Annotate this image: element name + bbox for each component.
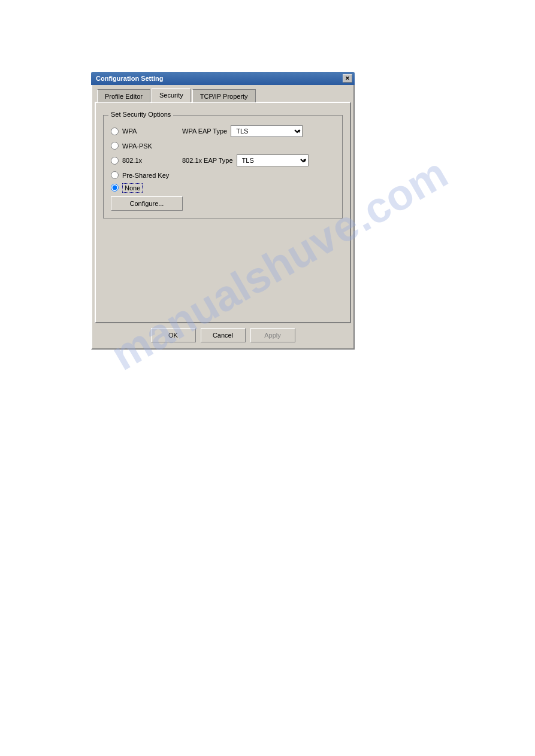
dialog-body: Profile Editor Security TCP/IP Property … — [91, 85, 355, 350]
bottom-buttons: OK Cancel Apply — [95, 323, 351, 346]
configuration-dialog: Configuration Setting ✕ Profile Editor S… — [91, 72, 355, 350]
radio-row-pre-shared-key: Pre-Shared Key — [111, 171, 335, 179]
cancel-button[interactable]: Cancel — [201, 328, 246, 342]
none-selected-label: None — [122, 183, 143, 193]
radio-label-none: None — [122, 184, 143, 192]
dialog-title: Configuration Setting — [96, 75, 163, 82]
close-button[interactable]: ✕ — [343, 74, 352, 83]
radio-8021x[interactable] — [111, 157, 119, 165]
radio-label-wpa: WPA — [122, 127, 176, 135]
tab-profile-editor[interactable]: Profile Editor — [97, 89, 150, 102]
radio-row-8021x: 802.1x 802.1x EAP Type TLS PEAP TTLS LEA… — [111, 154, 335, 166]
radio-pre-shared-key[interactable] — [111, 171, 119, 179]
radio-label-pre-shared-key: Pre-Shared Key — [122, 172, 176, 179]
security-options-group: Set Security Options WPA WPA EAP Type TL… — [103, 115, 343, 218]
radio-label-wpa-psk: WPA-PSK — [122, 142, 176, 150]
radio-row-wpa: WPA WPA EAP Type TLS PEAP TTLS LEAP — [111, 125, 335, 137]
radio-label-8021x: 802.1x — [122, 157, 176, 164]
radio-none[interactable] — [111, 184, 119, 192]
8021x-eap-dropdown-wrapper: TLS PEAP TTLS LEAP — [237, 154, 309, 166]
wpa-eap-dropdown-wrapper: TLS PEAP TTLS LEAP — [231, 125, 303, 137]
title-bar: Configuration Setting ✕ — [91, 72, 355, 85]
group-box-label: Set Security Options — [108, 111, 173, 118]
tab-tcpip-property[interactable]: TCP/IP Property — [192, 89, 256, 102]
8021x-eap-label: 802.1x EAP Type — [182, 157, 233, 164]
wpa-eap-label: WPA EAP Type — [182, 127, 227, 135]
tabs-row: Profile Editor Security TCP/IP Property — [95, 87, 351, 102]
ok-button[interactable]: OK — [151, 328, 196, 342]
radio-row-wpa-psk: WPA-PSK — [111, 142, 335, 150]
radio-row-none: None — [111, 184, 335, 192]
tab-security[interactable]: Security — [152, 88, 191, 102]
radio-wpa[interactable] — [111, 127, 119, 135]
configure-button[interactable]: Configure... — [111, 196, 183, 211]
apply-button[interactable]: Apply — [250, 328, 295, 342]
tab-content-security: Set Security Options WPA WPA EAP Type TL… — [95, 102, 351, 323]
8021x-eap-select[interactable]: TLS PEAP TTLS LEAP — [237, 154, 309, 166]
radio-wpa-psk[interactable] — [111, 142, 119, 150]
wpa-eap-select[interactable]: TLS PEAP TTLS LEAP — [231, 125, 303, 137]
